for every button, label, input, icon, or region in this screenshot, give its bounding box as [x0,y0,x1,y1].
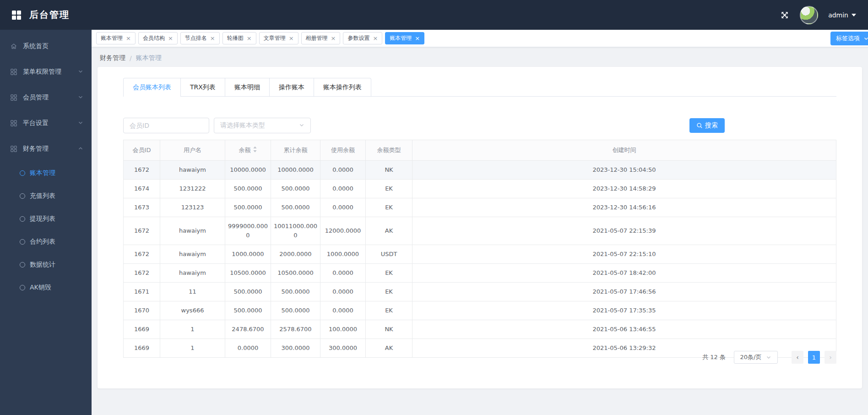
table-cell: 2021-05-07 18:42:00 [412,264,836,283]
circle-icon [20,285,25,290]
sidebar-subitem-label: 数据统计 [30,261,55,269]
sidebar-subitem-label: 合约列表 [30,238,55,246]
content-card: 会员账本列表TRX列表账本明细操作账本账本操作列表 请选择账本类型 搜索 会员I… [98,67,862,388]
search-button[interactable]: 搜索 [689,118,725,133]
table-cell: 100.0000 [320,320,366,339]
tag-options-button[interactable]: 标签选项 [830,32,868,45]
table-cell: 500.0000 [225,301,271,320]
sidebar-item[interactable]: 系统首页 [0,33,92,59]
sidebar-subitem[interactable]: 账本管理 [0,162,92,185]
page-size-select[interactable]: 20条/页 [734,351,778,364]
sidebar-subitem-label: AK销毁 [30,284,51,292]
content-tab[interactable]: 账本操作列表 [314,78,371,96]
tag-tab[interactable]: 参数设置× [343,32,382,44]
home-icon [10,43,17,50]
tag-tab-label: 参数设置 [347,34,369,42]
sidebar-item-label: 平台设置 [23,119,49,127]
table-cell: 2578.6700 [271,320,320,339]
fullscreen-icon[interactable] [780,10,790,20]
pagination: 共 12 条 20条/页 ‹ 1 › [702,351,836,364]
column-header-label: 余额类型 [377,147,401,153]
tag-tab-label: 文章管理 [264,34,286,42]
tab-close-icon[interactable]: × [415,35,420,41]
content-tab[interactable]: 操作账本 [269,78,314,96]
tab-close-icon[interactable]: × [247,35,252,41]
table-cell: hawaiym [160,245,225,264]
table-cell: 1671 [124,283,160,301]
member-id-input[interactable] [123,118,209,133]
user-menu[interactable]: admin [828,11,856,19]
table-row: 1672hawaiym9999000.000010011000.00001200… [124,217,836,245]
table-row: 1673123123500.0000500.00000.0000EK2023-1… [124,198,836,217]
tag-tab[interactable]: 文章管理× [259,32,298,44]
sidebar-item[interactable]: 财务管理 [0,136,92,162]
circle-icon [20,170,25,176]
tab-close-icon[interactable]: × [168,35,173,41]
column-header-label: 创建时间 [613,147,636,153]
table-row: 166912478.67002578.6700100.0000NK2021-05… [124,320,836,339]
table-cell: 300.0000 [271,339,320,358]
sidebar-item[interactable]: 菜单权限管理 [0,59,92,85]
sort-icon[interactable] [251,147,257,153]
sidebar-subitem[interactable]: 合约列表 [0,230,92,253]
table-cell: 500.0000 [271,283,320,301]
sidebar-subitem[interactable]: 充值列表 [0,185,92,208]
circle-icon [20,262,25,268]
table-cell: 2021-05-07 17:46:56 [412,283,836,301]
tab-close-icon[interactable]: × [289,35,294,41]
content-tab[interactable]: TRX列表 [180,78,225,96]
table-cell: 1672 [124,161,160,180]
tag-tab[interactable]: 账本管理× [96,32,136,44]
page-size-label: 20条/页 [740,353,762,361]
pagination-prev-button[interactable]: ‹ [792,351,803,364]
content-tab[interactable]: 账本明细 [225,78,270,96]
tag-tab-label: 节点排名 [185,34,207,42]
sidebar-item[interactable]: 会员管理 [0,85,92,110]
account-type-select[interactable]: 请选择账本类型 [214,118,311,133]
tag-tab-label: 会员结构 [143,34,165,42]
table-row: 1672hawaiym1000.00002000.00001000.0000US… [124,245,836,264]
tag-tab[interactable]: 账本管理× [385,32,424,44]
tag-tab-label: 相册管理 [306,34,328,42]
tag-tab[interactable]: 节点排名× [180,32,220,44]
table-cell: 500.0000 [225,283,271,301]
breadcrumb-item-current: 账本管理 [136,54,162,62]
tab-close-icon[interactable]: × [331,35,336,41]
tag-tab[interactable]: 轮播图× [222,32,256,44]
table-cell: 1669 [124,339,160,358]
tag-tab-label: 账本管理 [101,34,123,42]
table-cell: EK [366,198,412,217]
table-row: 1670wys666500.0000500.00000.0000EK2021-0… [124,301,836,320]
breadcrumb-item[interactable]: 财务管理 [100,54,125,62]
tab-close-icon[interactable]: × [373,35,378,41]
tag-tab[interactable]: 相册管理× [301,32,341,44]
tab-close-icon[interactable]: × [126,35,131,41]
pagination-total: 共 12 条 [702,353,726,361]
tab-close-icon[interactable]: × [210,35,215,41]
sidebar-subitem[interactable]: 数据统计 [0,253,92,276]
filter-row: 请选择账本类型 搜索 [123,118,836,133]
content-tabs: 会员账本列表TRX列表账本明细操作账本账本操作列表 [123,78,836,97]
avatar[interactable] [800,6,818,24]
pagination-next-button[interactable]: › [825,351,836,364]
breadcrumb: 财务管理 / 账本管理 [92,47,868,62]
tag-tab-bar: 账本管理×会员结构×节点排名×轮播图×文章管理×相册管理×参数设置×账本管理× … [92,30,868,47]
chevron-up-icon [78,145,83,153]
column-header[interactable]: 余额 [225,140,271,161]
tag-tab[interactable]: 会员结构× [138,32,178,44]
content-tab[interactable]: 会员账本列表 [123,78,181,96]
user-name: admin [828,11,848,19]
breadcrumb-separator: / [125,55,136,62]
table-cell: EK [366,180,412,198]
grid-icon [10,120,17,127]
chevron-down-icon [299,122,304,129]
sidebar-item-label: 系统首页 [23,42,49,50]
sidebar-subitem[interactable]: 提现列表 [0,208,92,230]
sidebar-item[interactable]: 平台设置 [0,110,92,136]
table-cell: 10500.0000 [225,264,271,283]
pagination-page-1[interactable]: 1 [808,351,820,364]
sidebar-subitem[interactable]: AK销毁 [0,276,92,299]
column-header: 余额类型 [366,140,412,161]
table-cell: 500.0000 [225,180,271,198]
column-header-label: 累计余额 [284,147,308,153]
